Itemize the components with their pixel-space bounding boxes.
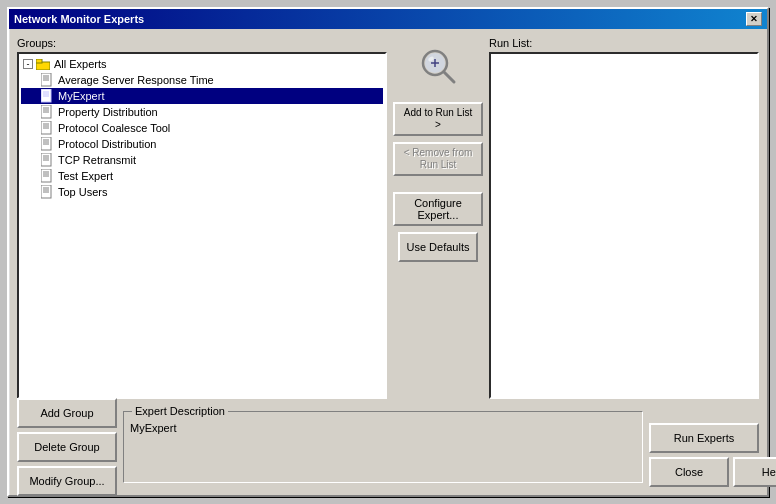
doc-icon-2 — [39, 89, 55, 103]
middle-panel: Add to Run List > < Remove from Run List… — [393, 37, 483, 399]
doc-icon-4 — [39, 121, 55, 135]
help-button[interactable]: Help — [733, 457, 776, 487]
tree-root-item[interactable]: - All Experts — [21, 56, 383, 72]
bottom-row-buttons: Close Help — [649, 457, 759, 487]
remove-from-run-list-button[interactable]: < Remove from Run List — [393, 142, 483, 176]
tree-child-item-6[interactable]: TCP Retransmit — [21, 152, 383, 168]
tree-child-item-5[interactable]: Protocol Distribution — [21, 136, 383, 152]
doc-icon-5 — [39, 137, 55, 151]
left-buttons: Add Group Delete Group Modify Group... — [17, 398, 117, 496]
tree-child-label-7: Test Expert — [58, 170, 113, 182]
doc-icon-1 — [39, 73, 55, 87]
doc-icon-7 — [39, 169, 55, 183]
bottom-area: Add Group Delete Group Modify Group... E… — [17, 407, 759, 487]
tree-child-label-3: Property Distribution — [58, 106, 158, 118]
configure-expert-button[interactable]: Configure Expert... — [393, 192, 483, 226]
tree-child-label-6: TCP Retransmit — [58, 154, 136, 166]
tree-view[interactable]: - All Experts — [17, 52, 387, 399]
tree-expand-icon[interactable]: - — [23, 59, 33, 69]
tree-child-item-7[interactable]: Test Expert — [21, 168, 383, 184]
svg-rect-1 — [36, 59, 42, 63]
groups-label: Groups: — [17, 37, 387, 49]
run-list-box[interactable] — [489, 52, 759, 399]
doc-icon-3 — [39, 105, 55, 119]
right-action-buttons: Run Experts Close Help — [649, 423, 759, 487]
tree-child-label-myexpert: MyExpert — [58, 90, 104, 102]
add-to-run-list-button[interactable]: Add to Run List > — [393, 102, 483, 136]
expert-description-text: MyExpert — [130, 422, 636, 434]
tree-child-item-3[interactable]: Property Distribution — [21, 104, 383, 120]
tree-child-label-4: Protocol Coalesce Tool — [58, 122, 170, 134]
close-button[interactable]: Close — [649, 457, 729, 487]
doc-icon-8 — [39, 185, 55, 199]
groups-panel: Groups: - All Experts — [17, 37, 387, 399]
delete-group-button[interactable]: Delete Group — [17, 432, 117, 462]
title-bar: Network Monitor Experts ✕ — [9, 9, 767, 29]
content-area: Groups: - All Experts — [9, 29, 767, 495]
right-panel: Run List: — [489, 37, 759, 399]
main-area: Groups: - All Experts — [17, 37, 759, 399]
title-bar-controls: ✕ — [746, 12, 762, 26]
close-button[interactable]: ✕ — [746, 12, 762, 26]
tree-child-item-myexpert[interactable]: MyExpert — [21, 88, 383, 104]
tree-child-item-8[interactable]: Top Users — [21, 184, 383, 200]
tree-child-item-4[interactable]: Protocol Coalesce Tool — [21, 120, 383, 136]
use-defaults-button[interactable]: Use Defaults — [398, 232, 478, 262]
svg-line-36 — [444, 72, 454, 82]
doc-icon-6 — [39, 153, 55, 167]
add-group-button[interactable]: Add Group — [17, 398, 117, 428]
tree-child-item[interactable]: Average Server Response Time — [21, 72, 383, 88]
expert-description-group: Expert Description MyExpert — [123, 411, 643, 483]
tree-child-label-1: Average Server Response Time — [58, 74, 214, 86]
run-experts-button[interactable]: Run Experts — [649, 423, 759, 453]
run-list-label: Run List: — [489, 37, 759, 49]
tree-child-label-8: Top Users — [58, 186, 108, 198]
title-bar-title: Network Monitor Experts — [14, 13, 144, 25]
modify-group-button[interactable]: Modify Group... — [17, 466, 117, 496]
expert-description-legend: Expert Description — [132, 405, 228, 417]
main-window: Network Monitor Experts ✕ Groups: - — [7, 7, 769, 497]
magnifier-icon — [419, 47, 457, 92]
folder-icon — [35, 57, 51, 71]
tree-root-label: All Experts — [54, 58, 107, 70]
window-title: Network Monitor Experts — [14, 13, 144, 25]
tree-child-label-5: Protocol Distribution — [58, 138, 156, 150]
